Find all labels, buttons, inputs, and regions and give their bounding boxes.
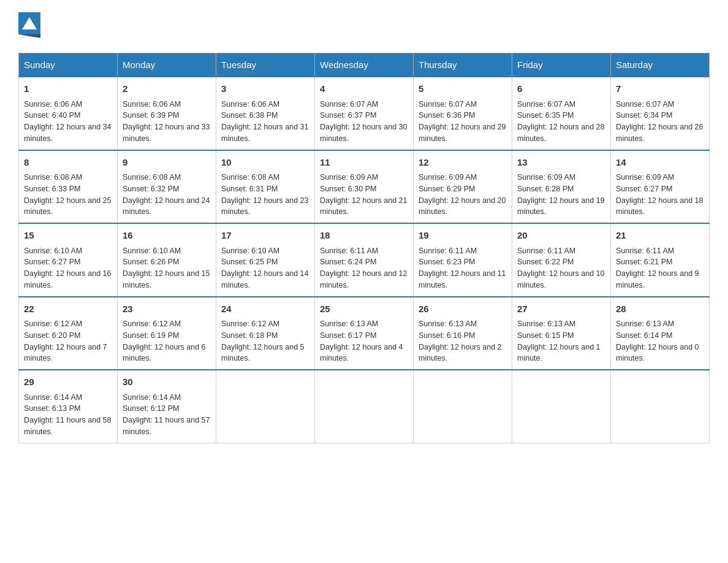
calendar-week-row: 1Sunrise: 6:06 AMSunset: 6:40 PMDaylight… bbox=[19, 77, 710, 150]
table-row bbox=[315, 370, 414, 443]
table-row: 13Sunrise: 6:09 AMSunset: 6:28 PMDayligh… bbox=[512, 150, 611, 224]
table-row: 18Sunrise: 6:11 AMSunset: 6:24 PMDayligh… bbox=[315, 223, 414, 297]
table-row: 14Sunrise: 6:09 AMSunset: 6:27 PMDayligh… bbox=[611, 150, 710, 224]
table-row: 17Sunrise: 6:10 AMSunset: 6:25 PMDayligh… bbox=[216, 223, 315, 297]
day-number: 19 bbox=[419, 229, 507, 243]
table-row: 10Sunrise: 6:08 AMSunset: 6:31 PMDayligh… bbox=[216, 150, 315, 224]
table-row: 20Sunrise: 6:11 AMSunset: 6:22 PMDayligh… bbox=[512, 223, 611, 297]
day-number: 7 bbox=[616, 82, 704, 96]
day-number: 30 bbox=[123, 375, 211, 389]
table-row: 12Sunrise: 6:09 AMSunset: 6:29 PMDayligh… bbox=[414, 150, 512, 224]
table-row: 8Sunrise: 6:08 AMSunset: 6:33 PMDaylight… bbox=[19, 150, 118, 224]
day-number: 9 bbox=[123, 156, 211, 170]
table-row: 30Sunrise: 6:14 AMSunset: 6:12 PMDayligh… bbox=[118, 370, 216, 443]
logo bbox=[18, 12, 44, 40]
table-row: 15Sunrise: 6:10 AMSunset: 6:27 PMDayligh… bbox=[19, 223, 118, 297]
table-row bbox=[512, 370, 611, 443]
table-row: 21Sunrise: 6:11 AMSunset: 6:21 PMDayligh… bbox=[611, 223, 710, 297]
table-row: 28Sunrise: 6:13 AMSunset: 6:14 PMDayligh… bbox=[611, 297, 710, 370]
calendar-week-row: 8Sunrise: 6:08 AMSunset: 6:33 PMDaylight… bbox=[19, 150, 710, 224]
table-row: 2Sunrise: 6:06 AMSunset: 6:39 PMDaylight… bbox=[118, 77, 216, 150]
day-number: 24 bbox=[221, 302, 309, 316]
table-row: 7Sunrise: 6:07 AMSunset: 6:34 PMDaylight… bbox=[611, 77, 710, 150]
table-row: 4Sunrise: 6:07 AMSunset: 6:37 PMDaylight… bbox=[315, 77, 414, 150]
table-row: 29Sunrise: 6:14 AMSunset: 6:13 PMDayligh… bbox=[19, 370, 118, 443]
day-number: 20 bbox=[517, 229, 605, 243]
day-number: 23 bbox=[123, 302, 211, 316]
svg-marker-1 bbox=[18, 34, 40, 38]
table-row: 25Sunrise: 6:13 AMSunset: 6:17 PMDayligh… bbox=[315, 297, 414, 370]
day-number: 18 bbox=[320, 229, 408, 243]
day-number: 10 bbox=[221, 156, 309, 170]
table-row: 1Sunrise: 6:06 AMSunset: 6:40 PMDaylight… bbox=[19, 77, 118, 150]
day-number: 22 bbox=[24, 302, 112, 316]
day-number: 16 bbox=[123, 229, 211, 243]
table-row: 9Sunrise: 6:08 AMSunset: 6:32 PMDaylight… bbox=[118, 150, 216, 224]
col-monday: Monday bbox=[118, 53, 216, 77]
header-row: Sunday Monday Tuesday Wednesday Thursday… bbox=[19, 53, 710, 77]
table-row: 26Sunrise: 6:13 AMSunset: 6:16 PMDayligh… bbox=[414, 297, 512, 370]
day-number: 4 bbox=[320, 82, 408, 96]
calendar-table: Sunday Monday Tuesday Wednesday Thursday… bbox=[18, 53, 710, 443]
day-number: 14 bbox=[616, 156, 704, 170]
calendar-week-row: 22Sunrise: 6:12 AMSunset: 6:20 PMDayligh… bbox=[19, 297, 710, 370]
col-wednesday: Wednesday bbox=[315, 53, 414, 77]
col-saturday: Saturday bbox=[611, 53, 710, 77]
day-number: 12 bbox=[419, 156, 507, 170]
logo-icon bbox=[18, 12, 40, 40]
table-row: 16Sunrise: 6:10 AMSunset: 6:26 PMDayligh… bbox=[118, 223, 216, 297]
table-row: 11Sunrise: 6:09 AMSunset: 6:30 PMDayligh… bbox=[315, 150, 414, 224]
table-row bbox=[611, 370, 710, 443]
day-number: 13 bbox=[517, 156, 605, 170]
day-number: 5 bbox=[419, 82, 507, 96]
day-number: 8 bbox=[24, 156, 112, 170]
table-row: 3Sunrise: 6:06 AMSunset: 6:38 PMDaylight… bbox=[216, 77, 315, 150]
day-number: 1 bbox=[24, 82, 112, 96]
day-number: 28 bbox=[616, 302, 704, 316]
table-row: 5Sunrise: 6:07 AMSunset: 6:36 PMDaylight… bbox=[414, 77, 512, 150]
table-row: 19Sunrise: 6:11 AMSunset: 6:23 PMDayligh… bbox=[414, 223, 512, 297]
col-thursday: Thursday bbox=[414, 53, 512, 77]
calendar-week-row: 29Sunrise: 6:14 AMSunset: 6:13 PMDayligh… bbox=[19, 370, 710, 443]
col-friday: Friday bbox=[512, 53, 611, 77]
day-number: 3 bbox=[221, 82, 309, 96]
day-number: 29 bbox=[24, 375, 112, 389]
day-number: 2 bbox=[123, 82, 211, 96]
table-row: 6Sunrise: 6:07 AMSunset: 6:35 PMDaylight… bbox=[512, 77, 611, 150]
page-header bbox=[18, 12, 710, 40]
table-row bbox=[414, 370, 512, 443]
table-row: 23Sunrise: 6:12 AMSunset: 6:19 PMDayligh… bbox=[118, 297, 216, 370]
table-row: 24Sunrise: 6:12 AMSunset: 6:18 PMDayligh… bbox=[216, 297, 315, 370]
col-sunday: Sunday bbox=[19, 53, 118, 77]
table-row: 22Sunrise: 6:12 AMSunset: 6:20 PMDayligh… bbox=[19, 297, 118, 370]
day-number: 26 bbox=[419, 302, 507, 316]
col-tuesday: Tuesday bbox=[216, 53, 315, 77]
day-number: 15 bbox=[24, 229, 112, 243]
day-number: 21 bbox=[616, 229, 704, 243]
day-number: 27 bbox=[517, 302, 605, 316]
day-number: 25 bbox=[320, 302, 408, 316]
day-number: 6 bbox=[517, 82, 605, 96]
table-row bbox=[216, 370, 315, 443]
day-number: 11 bbox=[320, 156, 408, 170]
calendar-week-row: 15Sunrise: 6:10 AMSunset: 6:27 PMDayligh… bbox=[19, 223, 710, 297]
day-number: 17 bbox=[221, 229, 309, 243]
table-row: 27Sunrise: 6:13 AMSunset: 6:15 PMDayligh… bbox=[512, 297, 611, 370]
